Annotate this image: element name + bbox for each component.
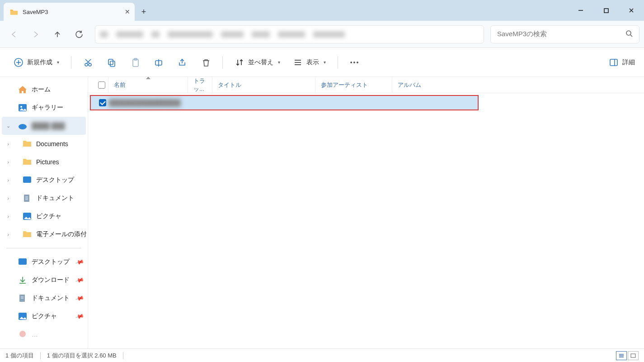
select-all-checkbox[interactable] [88,81,108,89]
view-details-button[interactable] [616,351,627,360]
sort-label: 並べ替え [248,58,273,67]
desktop-icon [18,258,27,266]
document-icon [23,194,32,202]
delete-button[interactable] [196,53,215,71]
sort-button[interactable]: 並べ替え ▾ [230,53,285,71]
chevron-right-icon[interactable]: › [3,232,14,237]
sidebar-item-email[interactable]: › 電子メールの添付 [0,225,88,243]
details-pane-button[interactable]: 詳細 [609,57,635,67]
document-icon [18,294,27,302]
sidebar-quick-downloads[interactable]: ダウンロード 📌 [0,271,88,289]
column-artist[interactable]: 参加アーティスト [315,77,392,93]
search-placeholder: SaveMP3の検索 [497,30,547,38]
folder-icon [23,158,32,166]
svg-point-38 [19,331,26,337]
divider [338,56,338,69]
chevron-down-icon[interactable]: ⌄ [3,123,14,129]
view-button[interactable]: 表示 ▾ [288,53,330,71]
body: ホーム ギャラリー ⌄ ████ ███ › Documents › Pictu… [0,77,644,348]
plus-circle-icon [14,57,24,67]
sidebar-quick-documents[interactable]: ドキュメント 📌 [0,289,88,307]
up-button[interactable] [48,25,67,43]
search-icon [625,30,633,38]
address-bar[interactable] [95,25,484,43]
folder-icon [18,330,27,338]
svg-rect-1 [604,9,608,13]
file-row-selected[interactable]: ████████████████ [90,95,479,110]
view-icon [293,57,303,67]
tab-active[interactable]: SaveMP3 ✕ [4,3,135,21]
svg-rect-14 [110,61,115,67]
pin-icon: 📌 [75,294,84,303]
svg-line-5 [630,35,632,37]
maximize-button[interactable] [593,0,619,21]
navigation-bar: SaveMP3の検索 [0,21,644,48]
divider [71,56,71,69]
sidebar-quick-pictures[interactable]: ピクチャ 📌 [0,307,88,325]
sidebar: ホーム ギャラリー ⌄ ████ ███ › Documents › Pictu… [0,77,88,348]
chevron-right-icon[interactable]: › [3,159,14,165]
divider [40,352,41,359]
desktop-icon [23,176,32,184]
new-button[interactable]: 新規作成 ▾ [9,53,64,71]
svg-point-4 [626,31,631,35]
svg-rect-33 [19,258,27,265]
pictures-icon [23,212,32,220]
chevron-right-icon[interactable]: › [3,141,14,147]
minimize-button[interactable] [568,0,593,21]
view-thumbnails-button[interactable] [628,351,639,360]
file-list: 名前 トラッ... タイトル 参加アーティスト アルバム ███████████… [88,77,644,348]
folder-icon [23,140,32,148]
divider [6,248,81,248]
rename-icon [154,57,164,67]
sidebar-item-documents-jp[interactable]: › ドキュメント [0,189,88,207]
view-label: 表示 [306,58,319,67]
tab-close-icon[interactable]: ✕ [125,8,130,15]
share-button[interactable] [173,53,192,71]
scissors-icon [83,57,93,67]
sidebar-item-desktop[interactable]: › デスクトップ [0,171,88,189]
svg-rect-27 [23,176,31,183]
titlebar: SaveMP3 ✕ + [0,0,644,21]
sidebar-item-documents[interactable]: › Documents [0,135,88,153]
more-button[interactable]: ••• [345,53,364,71]
details-label: 詳細 [622,58,635,67]
search-input[interactable]: SaveMP3の検索 [490,25,639,43]
statusbar: 1 個の項目 1 個の項目を選択 2.60 MB [0,348,644,362]
row-checkbox[interactable] [91,99,109,106]
sidebar-quick-more[interactable]: … [0,325,88,343]
sidebar-item-onedrive[interactable]: ⌄ ████ ███ [2,117,86,135]
column-album[interactable]: アルバム [392,77,478,93]
svg-point-26 [19,124,27,129]
new-tab-button[interactable]: + [135,3,153,21]
sidebar-item-home[interactable]: ホーム [0,81,88,99]
chevron-right-icon[interactable]: › [3,177,14,183]
new-label: 新規作成 [27,58,52,67]
gallery-icon [18,104,27,112]
sort-icon [235,57,244,67]
sidebar-item-pictures-jp[interactable]: › ピクチャ [0,207,88,225]
sidebar-quick-desktop[interactable]: デスクトップ 📌 [0,253,88,271]
forward-button[interactable] [26,25,45,43]
chevron-down-icon: ▾ [57,60,59,65]
paste-button[interactable] [126,53,145,71]
column-track[interactable]: トラッ... [188,77,212,93]
cut-button[interactable] [79,53,98,71]
back-button[interactable] [5,25,24,43]
chevron-right-icon[interactable]: › [3,214,14,219]
rename-button[interactable] [149,53,168,71]
chevron-right-icon[interactable]: › [3,195,14,201]
share-icon [177,57,187,67]
copy-button[interactable] [102,53,121,71]
copy-icon [107,57,117,67]
column-title[interactable]: タイトル [212,77,315,93]
close-button[interactable] [619,0,644,21]
cloud-icon [18,122,27,130]
details-icon [609,57,619,67]
sidebar-item-gallery[interactable]: ギャラリー [0,99,88,117]
refresh-button[interactable] [70,25,89,43]
svg-rect-42 [631,354,635,357]
sidebar-item-pictures[interactable]: › Pictures [0,153,88,171]
ellipsis-icon: ••• [350,57,360,67]
column-name[interactable]: 名前 [108,77,188,93]
